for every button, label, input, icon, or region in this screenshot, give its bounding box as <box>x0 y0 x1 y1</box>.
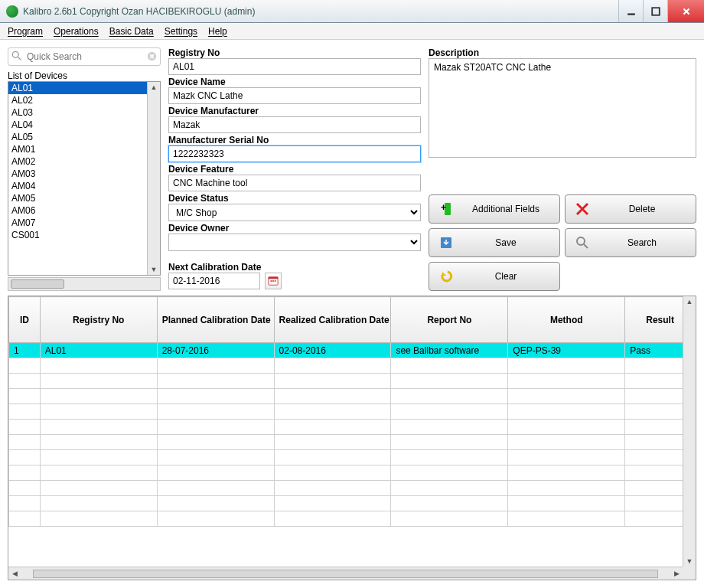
manufacturer-label: Device Manufacturer <box>168 106 259 116</box>
save-button[interactable]: Save <box>429 228 560 257</box>
status-select[interactable]: M/C Shop <box>168 204 421 221</box>
table-row[interactable] <box>9 496 696 511</box>
device-list-slider[interactable] <box>8 277 161 291</box>
clear-search-icon[interactable] <box>147 51 157 64</box>
grid-hscroll[interactable]: ◀▶ <box>8 567 683 580</box>
list-item[interactable]: AM07 <box>8 217 160 229</box>
table-row[interactable]: 1AL0128-07-201602-08-2016see Ballbar sof… <box>9 343 696 358</box>
list-item[interactable]: CS001 <box>8 229 160 241</box>
list-item[interactable]: AM04 <box>8 180 160 192</box>
delete-icon <box>573 200 592 218</box>
device-name-input[interactable] <box>168 87 421 104</box>
magnifier-icon <box>573 234 592 252</box>
minimize-button[interactable] <box>618 0 643 22</box>
col-planned[interactable]: Planned Calibration Date <box>157 297 274 343</box>
col-registry[interactable]: Registry No <box>40 297 157 343</box>
list-item[interactable]: AL03 <box>8 106 160 119</box>
menu-help[interactable]: Help <box>208 26 227 37</box>
next-cal-input[interactable] <box>168 273 260 289</box>
titlebar: Kalibro 2.6b1 Copyright Ozan HACIBEKIROG… <box>0 0 704 23</box>
menu-operations[interactable]: Operations <box>54 26 99 37</box>
owner-label: Device Owner <box>168 223 229 234</box>
device-list-scrollbar[interactable]: ▲▼ <box>147 82 160 275</box>
table-row[interactable] <box>9 420 696 435</box>
table-row[interactable] <box>9 450 696 466</box>
registry-no-label: Registry No <box>168 47 220 58</box>
description-textarea[interactable]: Mazak ST20ATC CNC Lathe <box>429 58 696 158</box>
col-realized[interactable]: Realized Calibration Date <box>274 297 391 343</box>
table-row[interactable] <box>9 511 696 527</box>
svg-rect-11 <box>271 280 272 282</box>
app-icon <box>6 5 18 18</box>
additional-fields-button[interactable]: +Additional Fields <box>429 194 560 224</box>
list-item[interactable]: AM02 <box>8 155 160 168</box>
serial-label: Manufacturer Serial No <box>168 135 269 145</box>
list-item[interactable]: AM03 <box>8 168 160 180</box>
calendar-button[interactable] <box>265 273 282 289</box>
svg-text:+: + <box>441 202 446 213</box>
serial-input[interactable] <box>168 145 421 162</box>
svg-rect-13 <box>275 280 276 282</box>
svg-point-4 <box>12 51 18 57</box>
maximize-button[interactable] <box>643 0 667 22</box>
feature-input[interactable] <box>168 175 421 191</box>
svg-rect-12 <box>272 280 274 282</box>
close-button[interactable] <box>667 0 704 22</box>
table-row[interactable] <box>9 358 696 374</box>
grid-vscroll[interactable]: ▲▼ <box>683 296 696 567</box>
col-report[interactable]: Report No <box>391 297 508 343</box>
plus-icon: + <box>437 200 455 218</box>
window-title: Kalibro 2.6b1 Copyright Ozan HACIBEKIROG… <box>23 6 255 17</box>
menu-settings[interactable]: Settings <box>165 26 197 37</box>
list-item[interactable]: AL05 <box>8 131 160 143</box>
list-item[interactable]: AL04 <box>8 119 160 131</box>
calibration-grid[interactable]: ID Registry No Planned Calibration Date … <box>8 296 696 580</box>
next-cal-label: Next Calibration Date <box>168 262 261 273</box>
table-row[interactable] <box>9 404 696 420</box>
svg-rect-1 <box>652 8 660 15</box>
svg-line-5 <box>18 57 21 60</box>
feature-label: Device Feature <box>168 164 233 175</box>
manufacturer-input[interactable] <box>168 116 421 133</box>
menu-program[interactable]: Program <box>8 26 43 37</box>
search-button[interactable]: Search <box>565 228 696 257</box>
table-row[interactable] <box>9 374 696 389</box>
list-item[interactable]: AM05 <box>8 192 160 204</box>
table-row[interactable] <box>9 435 696 450</box>
device-list[interactable]: AL01AL02AL03AL04AL05AM01AM02AM03AM04AM05… <box>8 81 161 276</box>
delete-button[interactable]: Delete <box>565 194 696 224</box>
search-input[interactable] <box>8 47 161 66</box>
status-label: Device Status <box>168 193 229 204</box>
device-list-label: List of Devices <box>8 70 161 81</box>
clear-button[interactable]: Clear <box>429 262 560 291</box>
list-item[interactable]: AL01 <box>8 82 160 94</box>
list-item[interactable]: AL02 <box>8 94 160 106</box>
table-row[interactable] <box>9 481 696 496</box>
table-row[interactable] <box>9 389 696 404</box>
device-name-label: Device Name <box>168 77 226 87</box>
undo-icon <box>437 267 455 286</box>
list-item[interactable]: AM01 <box>8 143 160 155</box>
svg-line-20 <box>584 244 588 248</box>
description-label: Description <box>429 47 696 58</box>
svg-point-19 <box>577 237 585 245</box>
list-item[interactable]: AM06 <box>8 204 160 217</box>
save-icon <box>437 234 455 252</box>
table-row[interactable] <box>9 466 696 481</box>
menu-bar: Program Operations Basic Data Settings H… <box>0 23 704 40</box>
owner-select[interactable] <box>168 234 421 251</box>
search-icon <box>11 51 22 64</box>
col-id[interactable]: ID <box>9 297 41 343</box>
registry-no-input[interactable] <box>168 58 421 75</box>
menu-basic-data[interactable]: Basic Data <box>109 26 154 37</box>
col-method[interactable]: Method <box>508 297 625 343</box>
svg-rect-10 <box>269 277 278 279</box>
